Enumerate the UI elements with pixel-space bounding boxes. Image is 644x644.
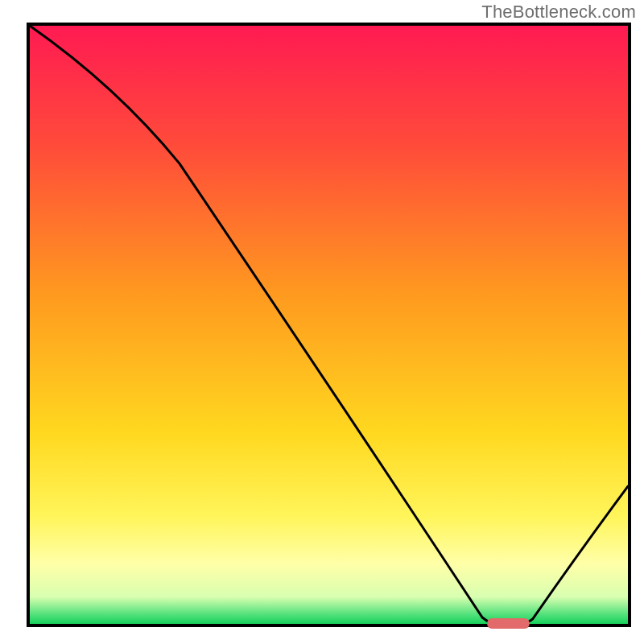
watermark-text: TheBottleneck.com [481,2,636,23]
chart-container: TheBottleneck.com [0,0,644,644]
chart-svg [0,0,644,644]
plot-background [30,26,628,624]
optimal-range-marker [487,618,530,629]
